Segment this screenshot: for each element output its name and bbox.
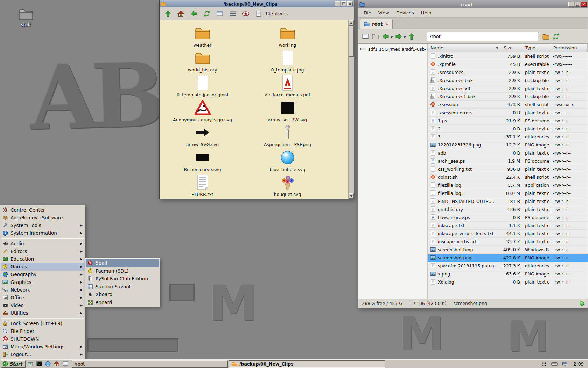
show-hidden-icon[interactable] (241, 9, 250, 18)
maximize-icon[interactable]: □ (341, 1, 346, 6)
start-button[interactable]: Start (1, 360, 26, 368)
scroll-down-icon[interactable]: ▼ (349, 193, 354, 199)
column-type[interactable]: Type (523, 44, 551, 52)
menu-item-add-remove-software[interactable]: Add/Remove Software (1, 214, 85, 222)
file-row[interactable]: 1.ps21.9 KPS docume-rw-r--r-- (428, 117, 588, 125)
file-row[interactable]: hawaii_grav.ps0 BPS docume-rw-r--r-- (428, 213, 588, 222)
menu-item-lock-screen-ctrl-f9[interactable]: Lock Screen (Ctrl+F9) (1, 320, 85, 327)
back-dropdown-icon[interactable]: ▼ (391, 36, 393, 39)
tab-root[interactable]: root ✕ (360, 19, 393, 29)
close-icon[interactable]: × (581, 2, 587, 7)
root-titlebar[interactable]: /root −□× (358, 0, 588, 8)
menu-item-control-center[interactable]: Control Center (1, 206, 85, 214)
menu-item-network[interactable]: Network▶ (1, 286, 85, 294)
menu-file[interactable]: File (360, 9, 374, 16)
file-row[interactable]: 122018231326.png12.2 KPNG image-rw-r--r-… (428, 141, 588, 149)
column-permission[interactable]: Permission (551, 44, 588, 52)
tab-close-icon[interactable]: ✕ (385, 21, 389, 26)
up-icon[interactable] (407, 32, 416, 41)
backup-titlebar[interactable]: /backup/00_New_Clips −□× (160, 0, 354, 7)
menu-item-video[interactable]: Video▶ (1, 301, 85, 309)
menu-item-education[interactable]: Education▶ (1, 255, 85, 263)
file-row[interactable]: BAK.Xresources.bak2.9 Kbackup file-rw-r-… (428, 76, 588, 84)
desktop-icon-stuff[interactable]: stuff (13, 8, 39, 27)
menu-item-graphics[interactable]: Graphics▶ (1, 278, 85, 286)
file-item[interactable]: 0_template.jpg (250, 49, 325, 73)
file-row[interactable]: inscape_verbs.txt33.7 Kplain text c-rw-r… (428, 238, 588, 246)
back-icon[interactable] (190, 9, 198, 18)
file-row[interactable]: archi_sea.ps1.9 MPS docume-rw-r--r-- (428, 157, 588, 165)
file-item[interactable]: world_history (165, 49, 240, 73)
task-button[interactable]: /root (72, 360, 228, 368)
submenu-item-eboard[interactable]: eboard (86, 299, 159, 307)
backup-scrollbar[interactable]: ▲ ▼ (348, 20, 354, 199)
window-restore-icon[interactable] (27, 360, 35, 368)
file-item[interactable]: Bezier_curve.svg (165, 149, 240, 172)
up-icon[interactable] (164, 9, 172, 18)
menu-item-file-finder[interactable]: File Finder (1, 327, 85, 335)
submenu-item-pysol-fan-club-edition[interactable]: PySol Fan Club Edition (86, 275, 159, 283)
submenu-item-xboard[interactable]: ♞Xboard (86, 291, 159, 299)
file-row[interactable]: adb0 Bplain text c-rw-r--r-- (428, 149, 588, 157)
file-row[interactable]: doinst.sh22.4 Kshell script-rw-r--r-- (428, 173, 588, 181)
menu-devices[interactable]: Devices (393, 9, 417, 16)
file-row[interactable]: .xsession-errors0 Bplain text c-rw------… (428, 109, 588, 117)
file-row[interactable]: Xdialog0 Bplain text c-rw-r--r-- (428, 278, 588, 286)
minimize-icon[interactable]: − (568, 2, 574, 7)
terminal-icon[interactable] (35, 360, 43, 368)
menu-item-editors[interactable]: Editors▶ (1, 247, 85, 255)
file-row[interactable]: spacefm-20181115.patch227.3 Kdifferences… (428, 262, 588, 270)
menu-item-utilities[interactable]: Utilities▶ (1, 309, 85, 317)
menu-item-menu-window-settings[interactable]: Menu/Window Settings▶ (1, 343, 85, 350)
menu-help[interactable]: Help (418, 9, 435, 16)
menu-item-office[interactable]: Office▶ (1, 294, 85, 301)
maximize-icon[interactable]: □ (575, 2, 580, 7)
menu-view[interactable]: View (375, 9, 392, 16)
bookmark-folder-icon[interactable] (542, 32, 550, 41)
new-tab-icon[interactable] (361, 32, 370, 41)
file-item[interactable]: arrow_SVG.svg (165, 124, 240, 147)
file-row[interactable]: gmt.history136 Bplain text c-rw-r--r-- (428, 205, 588, 213)
column-name[interactable]: Name ▼ (428, 44, 501, 52)
file-item[interactable]: working (250, 25, 325, 48)
file-row[interactable]: screenshot.bmp409.0 KWindows B-rw-r--r-- (428, 246, 588, 254)
file-row[interactable]: inkscape.txt1.1 Kplain text c-rw-r--r-- (428, 222, 588, 230)
file-item[interactable]: air_force_medals.pdf (250, 74, 325, 97)
refresh-tool-icon[interactable] (552, 32, 560, 41)
file-row[interactable]: 20 Bplain text c-rw-r--r-- (428, 125, 588, 133)
file-row[interactable]: x.png63.6 KPNG image-rw-r--r-- (428, 270, 588, 278)
new-window-icon[interactable] (216, 9, 224, 18)
web-icon[interactable] (44, 360, 52, 368)
close-icon[interactable]: × (347, 1, 353, 6)
file-row[interactable]: filezilla.log.110.0 Mplain text c-rw-r--… (428, 189, 588, 197)
file-row[interactable]: filezilla.log5.7 Mapplication-rw-r--r-- (428, 181, 588, 189)
submenu-item-5ball[interactable]: 55ball (86, 259, 159, 267)
file-item[interactable]: 0_template.jpg_original (165, 74, 240, 97)
menu-item-games[interactable]: Games▶ (1, 263, 85, 271)
minimize-icon[interactable]: − (335, 1, 340, 6)
file-row[interactable]: screenshot.png422.8 KPNG image-rw-r--r-- (428, 254, 588, 262)
keyboard-tray-icon[interactable] (551, 360, 559, 368)
scroll-up-icon[interactable]: ▲ (349, 20, 354, 26)
forward-dropdown-icon[interactable]: ▼ (404, 36, 406, 39)
home-folder-icon[interactable] (53, 360, 61, 368)
file-item[interactable]: arrow_set_BW.svg (250, 99, 325, 122)
task-button[interactable]: /backup/00_New_Clips (229, 360, 385, 368)
submenu-item-pacman-sdl[interactable]: Pacman (SDL) (86, 267, 159, 275)
file-row[interactable]: FIND_INSTALLED_OUTPU...181 Bplain text c… (428, 197, 588, 205)
forward-icon[interactable] (394, 32, 403, 41)
device-item[interactable]: sdf1 15G /media/sdf1-usb- (358, 45, 427, 53)
refresh-icon[interactable] (203, 9, 211, 18)
menu-item-logout[interactable]: Logout...▶ (1, 350, 85, 358)
file-item[interactable]: blue_bubble.svg (250, 149, 325, 172)
file-row[interactable]: .xprofile45 Bexecutable-rwx------ (428, 60, 588, 68)
submenu-item-sudoku-savant[interactable]: Sudoku Savant (86, 283, 159, 291)
menu-item-system-tools[interactable]: System Tools▶ (1, 222, 85, 229)
file-row[interactable]: .xinitrc759 Bshell script-rwx------ (428, 52, 588, 60)
file-row[interactable]: BAK.Xresources1.bak2.9 Kbackup file-rw-r… (428, 93, 588, 101)
menu-item-system-information[interactable]: System Information▶ (1, 229, 85, 237)
path-input[interactable]: /root (427, 32, 538, 41)
home-icon[interactable] (177, 9, 185, 18)
file-row[interactable]: css_working.txt936 Bplain text c-rw-r--r… (428, 165, 588, 173)
menu-item-geography[interactable]: Geography▶ (1, 271, 85, 278)
